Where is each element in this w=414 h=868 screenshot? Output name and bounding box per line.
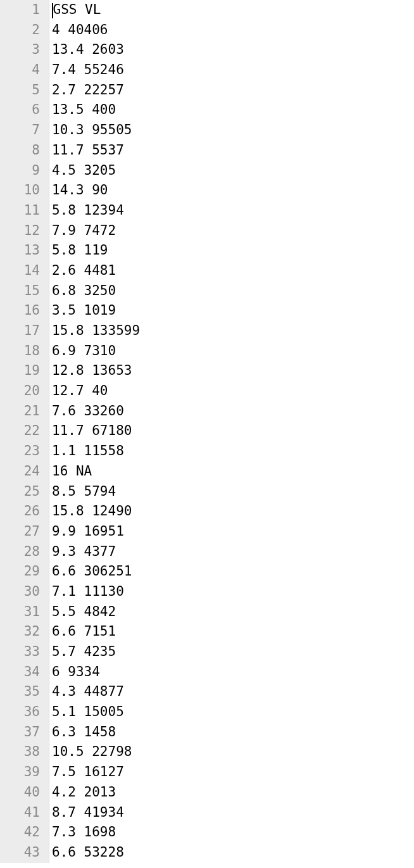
editor-line[interactable]: 13.5 400: [52, 100, 140, 120]
editor-line[interactable]: 7.9 7472: [52, 221, 140, 241]
line-number-gutter: 1234567891011121314151617181920212223242…: [0, 0, 49, 863]
editor-line[interactable]: 7.4 55246: [52, 60, 140, 80]
editor-line[interactable]: 5.8 12394: [52, 201, 140, 221]
line-number: 5: [0, 80, 40, 101]
line-number: 37: [0, 722, 40, 743]
editor-line[interactable]: 5.7 4235: [52, 642, 140, 662]
line-number: 6: [0, 100, 40, 120]
editor-line[interactable]: 6.6 306251: [52, 562, 140, 582]
editor-line[interactable]: 6.8 3250: [52, 281, 140, 301]
line-number: 3: [0, 40, 40, 60]
line-number: 23: [0, 441, 40, 462]
line-number: 16: [0, 301, 40, 321]
line-number: 10: [0, 180, 40, 201]
line-number: 12: [0, 221, 40, 241]
line-number: 21: [0, 401, 40, 422]
editor-line[interactable]: 8.7 41934: [52, 803, 140, 823]
line-number: 38: [0, 742, 40, 762]
line-number: 24: [0, 462, 40, 482]
line-number: 9: [0, 161, 40, 181]
line-number: 39: [0, 762, 40, 783]
line-number: 25: [0, 482, 40, 502]
editor-line[interactable]: 11.7 67180: [52, 421, 140, 441]
editor-line[interactable]: 6.6 53228: [52, 843, 140, 863]
line-number: 28: [0, 542, 40, 562]
line-number: 31: [0, 602, 40, 622]
line-number: 30: [0, 582, 40, 602]
line-number: 26: [0, 501, 40, 522]
line-number: 2: [0, 20, 40, 41]
line-number: 43: [0, 843, 40, 863]
editor-line[interactable]: 2.7 22257: [52, 80, 140, 101]
editor-line[interactable]: 7.6 33260: [52, 401, 140, 422]
text-cursor: [52, 3, 53, 18]
editor-line[interactable]: 7.1 11130: [52, 582, 140, 602]
editor-line[interactable]: 4 40406: [52, 20, 140, 41]
editor-line[interactable]: 16 NA: [52, 462, 140, 482]
editor-line[interactable]: 7.3 1698: [52, 822, 140, 843]
line-number: 11: [0, 201, 40, 221]
editor-line[interactable]: 1.1 11558: [52, 441, 140, 462]
editor-line[interactable]: 9.3 4377: [52, 542, 140, 562]
editor-line[interactable]: 10.5 22798: [52, 742, 140, 762]
line-number: 7: [0, 120, 40, 141]
line-number: 19: [0, 361, 40, 381]
editor-line[interactable]: 8.5 5794: [52, 482, 140, 502]
editor-line[interactable]: 4.3 44877: [52, 682, 140, 702]
line-number: 15: [0, 281, 40, 301]
editor-line[interactable]: 12.8 13653: [52, 361, 140, 381]
line-number: 20: [0, 381, 40, 401]
line-number: 40: [0, 783, 40, 803]
editor-line[interactable]: 7.5 16127: [52, 762, 140, 783]
editor-line[interactable]: 6.6 7151: [52, 622, 140, 642]
editor-line[interactable]: 3.5 1019: [52, 301, 140, 321]
line-number: 29: [0, 562, 40, 582]
editor-line[interactable]: 6.9 7310: [52, 341, 140, 362]
line-number: 35: [0, 682, 40, 702]
editor-line[interactable]: 6 9334: [52, 662, 140, 682]
line-number: 22: [0, 421, 40, 441]
line-number: 1: [0, 0, 40, 20]
editor-line[interactable]: 13.4 2603: [52, 40, 140, 60]
line-number: 17: [0, 321, 40, 341]
editor-line[interactable]: 5.5 4842: [52, 602, 140, 622]
editor-line[interactable]: 2.6 4481: [52, 261, 140, 281]
editor-line[interactable]: 5.8 119: [52, 241, 140, 261]
editor-content[interactable]: GSS VL4 4040613.4 26037.4 552462.7 22257…: [49, 0, 140, 863]
editor-line[interactable]: 10.3 95505: [52, 120, 140, 141]
editor-line[interactable]: 4.2 2013: [52, 783, 140, 803]
editor-line[interactable]: 11.7 5537: [52, 141, 140, 161]
editor-line[interactable]: 12.7 40: [52, 381, 140, 401]
editor-line[interactable]: 5.1 15005: [52, 702, 140, 722]
editor-line[interactable]: 14.3 90: [52, 180, 140, 201]
line-number: 18: [0, 341, 40, 362]
line-number: 4: [0, 60, 40, 80]
line-number: 27: [0, 522, 40, 542]
line-number: 42: [0, 822, 40, 843]
line-number: 14: [0, 261, 40, 281]
line-number: 13: [0, 241, 40, 261]
editor-line[interactable]: 15.8 12490: [52, 501, 140, 522]
line-number: 34: [0, 662, 40, 682]
editor-line[interactable]: 4.5 3205: [52, 161, 140, 181]
line-number: 33: [0, 642, 40, 662]
editor-line[interactable]: GSS VL: [52, 0, 140, 20]
editor-line[interactable]: 15.8 133599: [52, 321, 140, 341]
editor-line[interactable]: 6.3 1458: [52, 722, 140, 743]
line-number: 36: [0, 702, 40, 722]
line-number: 41: [0, 803, 40, 823]
line-number: 32: [0, 622, 40, 642]
editor-line[interactable]: 9.9 16951: [52, 522, 140, 542]
line-number: 8: [0, 141, 40, 161]
